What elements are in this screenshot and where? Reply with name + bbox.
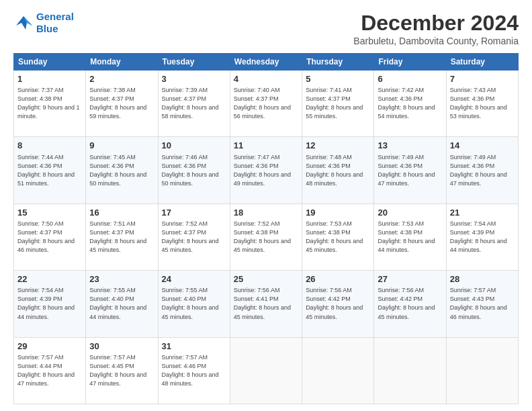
day-info: Sunrise: 7:51 AM Sunset: 4:37 PM Dayligh… bbox=[89, 220, 154, 255]
day-info: Sunrise: 7:54 AM Sunset: 4:39 PM Dayligh… bbox=[450, 220, 515, 255]
day-number: 26 bbox=[306, 273, 370, 285]
calendar-cell: 24Sunrise: 7:55 AM Sunset: 4:40 PM Dayli… bbox=[158, 271, 230, 337]
day-number: 4 bbox=[234, 73, 298, 85]
day-info: Sunrise: 7:37 AM Sunset: 4:38 PM Dayligh… bbox=[17, 86, 82, 121]
title-block: December 2024 Barbuletu, Dambovita Count… bbox=[353, 11, 519, 46]
calendar-cell bbox=[446, 337, 518, 404]
calendar-cell: 14Sunrise: 7:49 AM Sunset: 4:36 PM Dayli… bbox=[446, 137, 518, 203]
day-info: Sunrise: 7:52 AM Sunset: 4:37 PM Dayligh… bbox=[162, 220, 226, 255]
day-info: Sunrise: 7:55 AM Sunset: 4:40 PM Dayligh… bbox=[89, 286, 154, 321]
header-monday: Monday bbox=[86, 54, 158, 71]
day-info: Sunrise: 7:54 AM Sunset: 4:39 PM Dayligh… bbox=[17, 286, 82, 321]
svg-marker-0 bbox=[16, 16, 32, 30]
logo-icon bbox=[13, 13, 34, 32]
header-wednesday: Wednesday bbox=[230, 54, 302, 71]
calendar-cell: 15Sunrise: 7:50 AM Sunset: 4:37 PM Dayli… bbox=[14, 203, 86, 270]
day-number: 5 bbox=[306, 73, 370, 85]
month-title: December 2024 bbox=[353, 11, 519, 36]
calendar-cell: 2Sunrise: 7:38 AM Sunset: 4:37 PM Daylig… bbox=[86, 71, 158, 137]
calendar-cell: 5Sunrise: 7:41 AM Sunset: 4:37 PM Daylig… bbox=[302, 71, 374, 137]
day-info: Sunrise: 7:56 AM Sunset: 4:42 PM Dayligh… bbox=[378, 286, 442, 321]
day-number: 14 bbox=[450, 140, 515, 152]
day-number: 13 bbox=[378, 140, 442, 152]
logo-text: General Blue bbox=[36, 11, 74, 35]
day-number: 20 bbox=[378, 207, 442, 219]
calendar-week-2: 8Sunrise: 7:44 AM Sunset: 4:36 PM Daylig… bbox=[14, 137, 519, 203]
day-number: 9 bbox=[89, 140, 154, 152]
logo-line2: Blue bbox=[36, 23, 58, 34]
day-info: Sunrise: 7:50 AM Sunset: 4:37 PM Dayligh… bbox=[17, 220, 82, 255]
header-tuesday: Tuesday bbox=[158, 54, 230, 71]
day-number: 6 bbox=[378, 73, 442, 85]
calendar-cell: 12Sunrise: 7:48 AM Sunset: 4:36 PM Dayli… bbox=[302, 137, 374, 203]
day-info: Sunrise: 7:39 AM Sunset: 4:37 PM Dayligh… bbox=[162, 86, 226, 121]
day-info: Sunrise: 7:40 AM Sunset: 4:37 PM Dayligh… bbox=[234, 86, 298, 121]
calendar-cell: 27Sunrise: 7:56 AM Sunset: 4:42 PM Dayli… bbox=[374, 271, 446, 337]
day-number: 1 bbox=[17, 73, 82, 85]
header-saturday: Saturday bbox=[446, 54, 518, 71]
header-sunday: Sunday bbox=[14, 54, 86, 71]
calendar-cell: 21Sunrise: 7:54 AM Sunset: 4:39 PM Dayli… bbox=[446, 203, 518, 270]
day-number: 8 bbox=[17, 140, 82, 152]
day-info: Sunrise: 7:49 AM Sunset: 4:36 PM Dayligh… bbox=[378, 153, 442, 188]
calendar-cell: 29Sunrise: 7:57 AM Sunset: 4:44 PM Dayli… bbox=[14, 337, 86, 404]
day-number: 12 bbox=[306, 140, 370, 152]
day-number: 25 bbox=[234, 273, 298, 285]
day-info: Sunrise: 7:48 AM Sunset: 4:36 PM Dayligh… bbox=[306, 153, 370, 188]
day-number: 29 bbox=[17, 340, 82, 353]
calendar-cell: 3Sunrise: 7:39 AM Sunset: 4:37 PM Daylig… bbox=[158, 71, 230, 137]
calendar-cell: 22Sunrise: 7:54 AM Sunset: 4:39 PM Dayli… bbox=[14, 271, 86, 337]
day-number: 23 bbox=[89, 273, 154, 285]
day-number: 16 bbox=[89, 207, 154, 219]
day-number: 11 bbox=[234, 140, 298, 152]
day-number: 22 bbox=[17, 273, 82, 285]
calendar-cell: 20Sunrise: 7:53 AM Sunset: 4:38 PM Dayli… bbox=[374, 203, 446, 270]
header-thursday: Thursday bbox=[302, 54, 374, 71]
calendar-cell: 19Sunrise: 7:53 AM Sunset: 4:38 PM Dayli… bbox=[302, 203, 374, 270]
calendar-cell bbox=[230, 337, 302, 404]
day-number: 27 bbox=[378, 273, 442, 285]
day-number: 28 bbox=[450, 273, 515, 285]
calendar-cell: 18Sunrise: 7:52 AM Sunset: 4:38 PM Dayli… bbox=[230, 203, 302, 270]
day-info: Sunrise: 7:38 AM Sunset: 4:37 PM Dayligh… bbox=[89, 86, 154, 121]
calendar-cell: 30Sunrise: 7:57 AM Sunset: 4:45 PM Dayli… bbox=[86, 337, 158, 404]
calendar-cell bbox=[302, 337, 374, 404]
header: General Blue December 2024 Barbuletu, Da… bbox=[13, 11, 519, 46]
day-info: Sunrise: 7:56 AM Sunset: 4:41 PM Dayligh… bbox=[234, 286, 298, 321]
calendar-cell: 9Sunrise: 7:45 AM Sunset: 4:36 PM Daylig… bbox=[86, 137, 158, 203]
day-info: Sunrise: 7:56 AM Sunset: 4:42 PM Dayligh… bbox=[306, 286, 370, 321]
day-number: 18 bbox=[234, 207, 298, 219]
day-info: Sunrise: 7:57 AM Sunset: 4:46 PM Dayligh… bbox=[162, 353, 226, 388]
day-info: Sunrise: 7:45 AM Sunset: 4:36 PM Dayligh… bbox=[89, 153, 154, 188]
day-info: Sunrise: 7:49 AM Sunset: 4:36 PM Dayligh… bbox=[450, 153, 515, 188]
page: General Blue December 2024 Barbuletu, Da… bbox=[0, 0, 532, 411]
calendar-week-1: 1Sunrise: 7:37 AM Sunset: 4:38 PM Daylig… bbox=[14, 71, 519, 137]
calendar-cell: 25Sunrise: 7:56 AM Sunset: 4:41 PM Dayli… bbox=[230, 271, 302, 337]
header-friday: Friday bbox=[374, 54, 446, 71]
calendar-cell: 1Sunrise: 7:37 AM Sunset: 4:38 PM Daylig… bbox=[14, 71, 86, 137]
day-info: Sunrise: 7:46 AM Sunset: 4:36 PM Dayligh… bbox=[162, 153, 226, 188]
day-info: Sunrise: 7:53 AM Sunset: 4:38 PM Dayligh… bbox=[306, 220, 370, 255]
day-number: 10 bbox=[162, 140, 226, 152]
day-info: Sunrise: 7:47 AM Sunset: 4:36 PM Dayligh… bbox=[234, 153, 298, 188]
day-info: Sunrise: 7:57 AM Sunset: 4:43 PM Dayligh… bbox=[450, 286, 515, 321]
day-number: 7 bbox=[450, 73, 515, 85]
logo-line1: General bbox=[36, 11, 74, 22]
day-info: Sunrise: 7:44 AM Sunset: 4:36 PM Dayligh… bbox=[17, 153, 82, 188]
day-info: Sunrise: 7:43 AM Sunset: 4:36 PM Dayligh… bbox=[450, 86, 515, 121]
calendar-header-row: SundayMondayTuesdayWednesdayThursdayFrid… bbox=[14, 54, 519, 71]
day-info: Sunrise: 7:57 AM Sunset: 4:45 PM Dayligh… bbox=[89, 353, 154, 388]
day-info: Sunrise: 7:55 AM Sunset: 4:40 PM Dayligh… bbox=[162, 286, 226, 321]
logo: General Blue bbox=[13, 11, 74, 35]
calendar-cell: 6Sunrise: 7:42 AM Sunset: 4:36 PM Daylig… bbox=[374, 71, 446, 137]
calendar-table: SundayMondayTuesdayWednesdayThursdayFrid… bbox=[13, 53, 519, 404]
day-number: 3 bbox=[162, 73, 226, 85]
day-number: 17 bbox=[162, 207, 226, 219]
calendar-cell: 11Sunrise: 7:47 AM Sunset: 4:36 PM Dayli… bbox=[230, 137, 302, 203]
calendar-cell: 13Sunrise: 7:49 AM Sunset: 4:36 PM Dayli… bbox=[374, 137, 446, 203]
day-number: 15 bbox=[17, 207, 82, 219]
calendar-cell: 16Sunrise: 7:51 AM Sunset: 4:37 PM Dayli… bbox=[86, 203, 158, 270]
day-info: Sunrise: 7:52 AM Sunset: 4:38 PM Dayligh… bbox=[234, 220, 298, 255]
calendar-cell: 31Sunrise: 7:57 AM Sunset: 4:46 PM Dayli… bbox=[158, 337, 230, 404]
day-number: 30 bbox=[89, 340, 154, 353]
